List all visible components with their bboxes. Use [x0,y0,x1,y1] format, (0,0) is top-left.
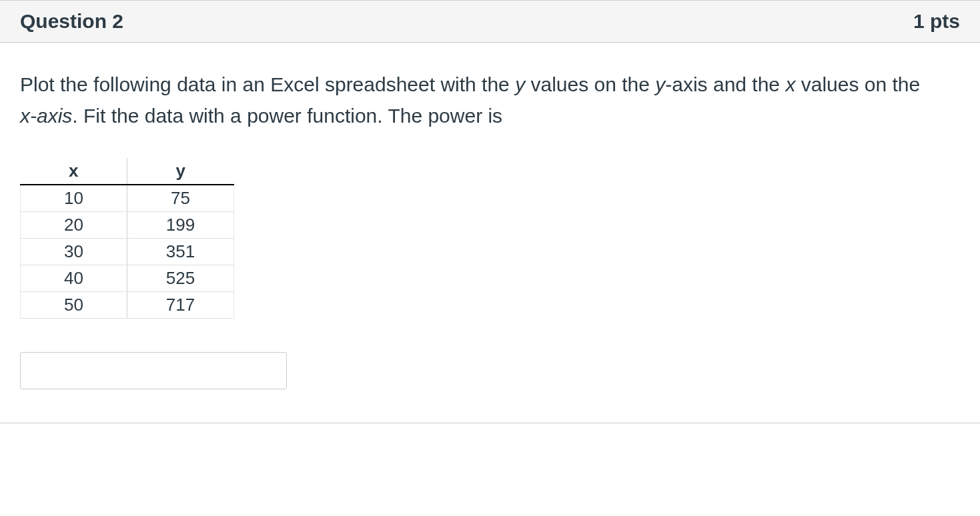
table-cell-x: 50 [21,292,127,319]
question-container: Question 2 1 pts Plot the following data… [0,0,980,423]
table-cell-y: 525 [127,265,234,292]
table-header-x: x [21,158,127,185]
prompt-text: . Fit the data with a power function. Th… [72,105,502,127]
prompt-text: values on the [525,73,655,95]
question-points: 1 pts [913,10,960,33]
data-table: x y 10 75 20 199 30 351 40 [20,158,234,319]
table-cell-x: 20 [21,212,127,239]
table-row: 20 199 [21,212,234,239]
question-prompt: Plot the following data in an Excel spre… [20,69,941,131]
question-body: Plot the following data in an Excel spre… [0,43,980,423]
table-row: 40 525 [21,265,234,292]
table-row: 30 351 [21,239,234,265]
answer-input[interactable] [20,352,287,389]
table-header-row: x y [21,158,234,185]
question-title: Question 2 [20,10,123,33]
prompt-text: values on the [795,73,920,95]
table-row: 10 75 [21,185,234,212]
table-header-y: y [127,158,234,185]
question-header: Question 2 1 pts [0,1,980,43]
table-cell-y: 717 [127,292,234,319]
table-cell-y: 351 [127,239,234,265]
table-cell-y: 199 [127,212,234,239]
prompt-italic-xaxis: x-axis [20,105,72,127]
table-row: 50 717 [21,292,234,319]
prompt-italic-y1: y [515,73,525,95]
table-cell-x: 30 [21,239,127,265]
table-cell-x: 40 [21,265,127,292]
prompt-text: Plot the following data in an Excel spre… [20,73,515,95]
prompt-text: -axis and the [665,73,785,95]
table-cell-y: 75 [127,185,234,212]
prompt-italic-x1: x [785,73,795,95]
table-cell-x: 10 [21,185,127,212]
prompt-italic-y2: y [655,73,665,95]
